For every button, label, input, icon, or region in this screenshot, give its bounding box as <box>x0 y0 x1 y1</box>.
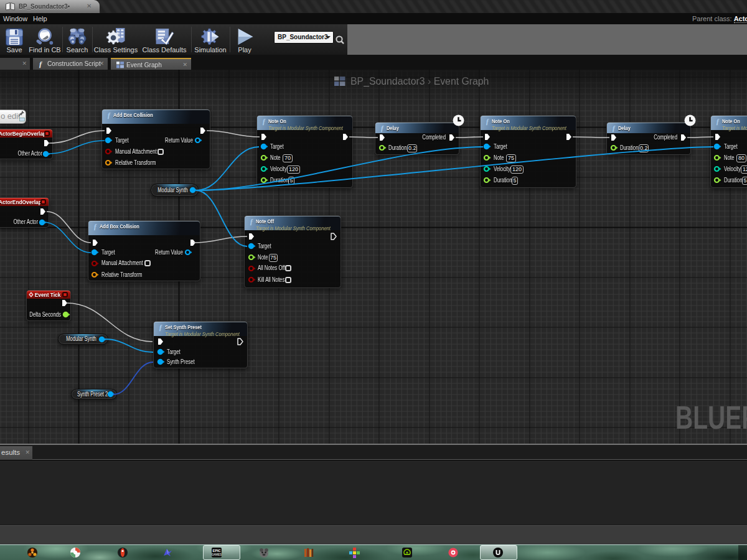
svg-text:EPIC: EPIC <box>213 549 221 553</box>
svg-text:GAMES: GAMES <box>212 553 222 556</box>
